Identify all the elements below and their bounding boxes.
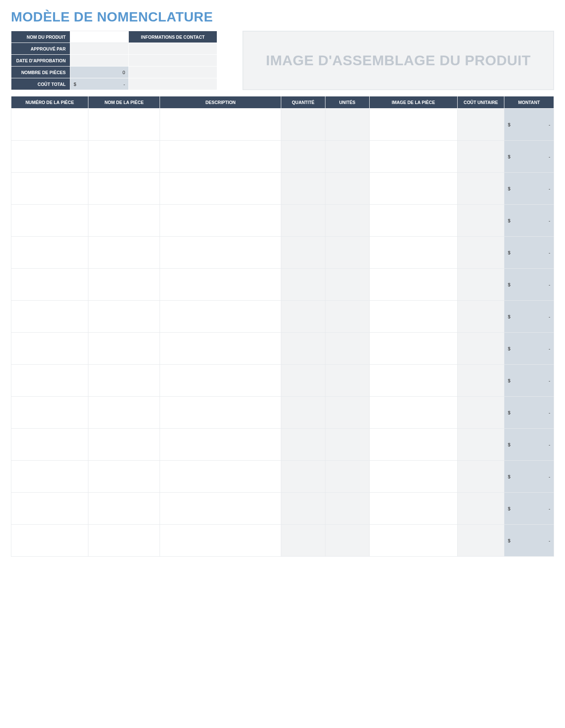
- cell-part-name[interactable]: [88, 109, 160, 141]
- cell-description[interactable]: [160, 525, 281, 557]
- cell-unit-cost[interactable]: [457, 525, 504, 557]
- cell-part-number[interactable]: [11, 397, 88, 429]
- cell-part-image[interactable]: [369, 205, 457, 237]
- cell-description[interactable]: [160, 109, 281, 141]
- cell-unit-cost[interactable]: [457, 461, 504, 493]
- cell-part-image[interactable]: [369, 141, 457, 173]
- cell-part-number[interactable]: [11, 173, 88, 205]
- cell-unit-cost[interactable]: [457, 109, 504, 141]
- cell-part-number[interactable]: [11, 205, 88, 237]
- cell-part-number[interactable]: [11, 237, 88, 269]
- cell-part-image[interactable]: [369, 301, 457, 333]
- cell-part-name[interactable]: [88, 461, 160, 493]
- cell-units[interactable]: [325, 429, 369, 461]
- cell-quantity[interactable]: [281, 493, 325, 525]
- cell-part-number[interactable]: [11, 333, 88, 365]
- cell-units[interactable]: [325, 525, 369, 557]
- cell-part-name[interactable]: [88, 269, 160, 301]
- cell-part-number[interactable]: [11, 461, 88, 493]
- cell-part-number[interactable]: [11, 269, 88, 301]
- cell-part-number[interactable]: [11, 141, 88, 173]
- cell-quantity[interactable]: [281, 141, 325, 173]
- cell-unit-cost[interactable]: [457, 205, 504, 237]
- cell-quantity[interactable]: [281, 301, 325, 333]
- cell-part-image[interactable]: [369, 429, 457, 461]
- cell-unit-cost[interactable]: [457, 141, 504, 173]
- cell-part-image[interactable]: [369, 525, 457, 557]
- cell-unit-cost[interactable]: [457, 397, 504, 429]
- cell-part-image[interactable]: [369, 333, 457, 365]
- cell-units[interactable]: [325, 493, 369, 525]
- cell-unit-cost[interactable]: [457, 365, 504, 397]
- cell-part-name[interactable]: [88, 237, 160, 269]
- cell-part-name[interactable]: [88, 173, 160, 205]
- cell-part-name[interactable]: [88, 205, 160, 237]
- cell-part-name[interactable]: [88, 429, 160, 461]
- cell-units[interactable]: [325, 397, 369, 429]
- cell-description[interactable]: [160, 269, 281, 301]
- value-contact-4[interactable]: [129, 78, 217, 90]
- cell-description[interactable]: [160, 429, 281, 461]
- cell-part-name[interactable]: [88, 141, 160, 173]
- cell-quantity[interactable]: [281, 109, 325, 141]
- cell-units[interactable]: [325, 461, 369, 493]
- cell-description[interactable]: [160, 365, 281, 397]
- cell-unit-cost[interactable]: [457, 333, 504, 365]
- cell-part-name[interactable]: [88, 525, 160, 557]
- cell-part-number[interactable]: [11, 525, 88, 557]
- cell-part-image[interactable]: [369, 461, 457, 493]
- cell-part-name[interactable]: [88, 397, 160, 429]
- cell-unit-cost[interactable]: [457, 493, 504, 525]
- cell-units[interactable]: [325, 109, 369, 141]
- value-approved-by[interactable]: [70, 43, 129, 55]
- cell-part-number[interactable]: [11, 493, 88, 525]
- value-contact-1[interactable]: [129, 43, 217, 55]
- cell-units[interactable]: [325, 301, 369, 333]
- cell-quantity[interactable]: [281, 461, 325, 493]
- cell-description[interactable]: [160, 141, 281, 173]
- cell-quantity[interactable]: [281, 269, 325, 301]
- cell-quantity[interactable]: [281, 173, 325, 205]
- cell-part-image[interactable]: [369, 173, 457, 205]
- value-product-name[interactable]: [70, 31, 129, 43]
- value-contact-3[interactable]: [129, 67, 217, 78]
- cell-part-number[interactable]: [11, 429, 88, 461]
- value-approval-date[interactable]: [70, 55, 129, 67]
- cell-quantity[interactable]: [281, 333, 325, 365]
- cell-part-name[interactable]: [88, 365, 160, 397]
- cell-part-image[interactable]: [369, 109, 457, 141]
- cell-part-number[interactable]: [11, 301, 88, 333]
- cell-quantity[interactable]: [281, 429, 325, 461]
- cell-part-name[interactable]: [88, 493, 160, 525]
- cell-quantity[interactable]: [281, 397, 325, 429]
- cell-part-image[interactable]: [369, 365, 457, 397]
- cell-units[interactable]: [325, 205, 369, 237]
- cell-part-image[interactable]: [369, 269, 457, 301]
- cell-description[interactable]: [160, 237, 281, 269]
- cell-unit-cost[interactable]: [457, 173, 504, 205]
- cell-description[interactable]: [160, 461, 281, 493]
- cell-unit-cost[interactable]: [457, 237, 504, 269]
- cell-part-number[interactable]: [11, 109, 88, 141]
- cell-description[interactable]: [160, 173, 281, 205]
- cell-units[interactable]: [325, 237, 369, 269]
- cell-part-image[interactable]: [369, 237, 457, 269]
- cell-unit-cost[interactable]: [457, 429, 504, 461]
- cell-unit-cost[interactable]: [457, 301, 504, 333]
- value-contact-2[interactable]: [129, 55, 217, 67]
- cell-units[interactable]: [325, 173, 369, 205]
- cell-part-name[interactable]: [88, 301, 160, 333]
- cell-part-name[interactable]: [88, 333, 160, 365]
- cell-unit-cost[interactable]: [457, 269, 504, 301]
- cell-description[interactable]: [160, 493, 281, 525]
- cell-quantity[interactable]: [281, 365, 325, 397]
- cell-units[interactable]: [325, 365, 369, 397]
- cell-units[interactable]: [325, 333, 369, 365]
- cell-quantity[interactable]: [281, 237, 325, 269]
- cell-part-image[interactable]: [369, 493, 457, 525]
- cell-part-number[interactable]: [11, 365, 88, 397]
- cell-description[interactable]: [160, 301, 281, 333]
- cell-description[interactable]: [160, 333, 281, 365]
- assembly-image-placeholder[interactable]: IMAGE D'ASSEMBLAGE DU PRODUIT: [243, 31, 554, 90]
- cell-quantity[interactable]: [281, 205, 325, 237]
